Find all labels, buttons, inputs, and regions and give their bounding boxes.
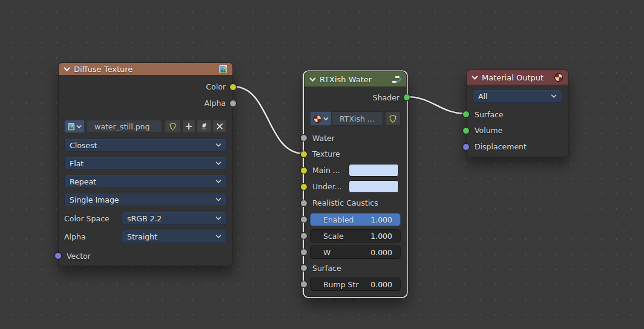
input-label: Main ... (312, 166, 340, 175)
w-input-socket[interactable] (300, 249, 307, 256)
dropdown-value: All (478, 92, 488, 101)
collapse-chevron-icon[interactable] (309, 76, 316, 83)
enabled-slider[interactable]: Enabled 1.000 (310, 213, 401, 226)
main-color-swatch[interactable] (349, 164, 399, 177)
shield-icon (169, 122, 177, 131)
surface-input-socket[interactable] (300, 264, 307, 272)
water-input-socket[interactable] (300, 134, 307, 142)
material-name-field[interactable]: RTXish ... (332, 111, 383, 126)
rtxish-water-node-header[interactable]: RTXish Water (304, 72, 406, 86)
input-row-bump-str: Bump Str 0.000 (304, 278, 406, 291)
unpack-icon (200, 122, 208, 131)
input-row-water: Water (304, 130, 406, 146)
diffuse-texture-node[interactable]: Diffuse Texture Color Alpha water_still.… (58, 62, 233, 266)
under-color-swatch[interactable] (349, 180, 399, 193)
output-label: Color (206, 82, 226, 91)
image-icon (218, 65, 228, 74)
scale-input-socket[interactable] (300, 232, 307, 239)
source-dropdown[interactable]: Single Image (64, 193, 227, 206)
displacement-input-socket[interactable] (462, 143, 470, 151)
close-icon (216, 123, 223, 130)
node-group-icon (392, 74, 401, 84)
input-row-volume: Volume (467, 122, 568, 138)
material-output-node[interactable]: Material Output All Surface Volume Displ… (466, 70, 569, 157)
alpha-output-socket[interactable] (229, 100, 237, 107)
input-label: Texture (312, 149, 340, 158)
slider-value: 1.000 (370, 232, 392, 241)
unpack-button[interactable] (197, 120, 211, 133)
color-space-dropdown[interactable]: sRGB 2.2 (122, 212, 227, 225)
input-row-vector: Vector (59, 248, 232, 264)
input-row-surface: Surface (304, 260, 406, 276)
image-icon (67, 123, 75, 131)
surface-input-socket[interactable] (462, 111, 470, 118)
chevron-down-icon (215, 233, 222, 239)
slider-label: W (323, 248, 330, 257)
unlink-button[interactable] (212, 120, 227, 133)
slider-value: 0.000 (370, 248, 392, 257)
image-browse-button[interactable] (64, 120, 85, 133)
node-title: Material Output (482, 73, 544, 82)
input-row-w: W 0.000 (304, 246, 406, 259)
under-color-input-socket[interactable] (300, 183, 307, 191)
dropdown-value: Straight (127, 232, 157, 241)
realistic-caustics-input-socket[interactable] (300, 200, 307, 207)
material-output-node-header[interactable]: Material Output (467, 70, 568, 85)
main-color-input-socket[interactable] (300, 167, 307, 174)
input-row-displacement: Displacement (467, 138, 568, 155)
input-label: Realistic Caustics (312, 198, 378, 207)
fake-user-shield-button[interactable] (385, 111, 401, 126)
slider-label: Bump Str (323, 280, 359, 289)
collapse-chevron-icon[interactable] (472, 74, 478, 81)
input-row-surface: Surface (467, 106, 568, 122)
scale-slider[interactable]: Scale 1.000 (310, 229, 401, 243)
collapse-chevron-icon[interactable] (64, 66, 70, 73)
image-selector-row: water_still.png (59, 120, 232, 133)
input-row-main-color: Main ... (304, 162, 406, 178)
image-name-field[interactable]: water_still.png (86, 120, 162, 133)
bump-str-slider[interactable]: Bump Str 0.000 (310, 278, 401, 291)
slider-value: 1.000 (370, 215, 392, 224)
enabled-input-socket[interactable] (300, 216, 307, 223)
interpolation-dropdown[interactable]: Closest (64, 138, 227, 152)
shader-output-socket[interactable] (403, 94, 410, 101)
texture-input-socket[interactable] (300, 151, 307, 158)
rtxish-water-node[interactable]: RTXish Water Shader RTXish ... Water Tex… (304, 71, 407, 297)
input-label: Surface (475, 110, 504, 119)
color-output-socket[interactable] (229, 83, 237, 91)
input-row-under-color: Under... (304, 178, 406, 195)
w-slider[interactable]: W 0.000 (310, 246, 401, 259)
bump-str-input-socket[interactable] (300, 281, 307, 288)
new-image-button[interactable] (182, 120, 196, 133)
dropdown-value: sRGB 2.2 (127, 214, 162, 223)
output-row-alpha: Alpha (59, 95, 232, 111)
alpha-mode-row: Alpha Straight (59, 230, 232, 243)
projection-dropdown[interactable]: Flat (64, 157, 227, 170)
wire-color-to-texture (233, 86, 304, 154)
input-label: Under... (312, 182, 342, 191)
target-dropdown[interactable]: All (473, 90, 562, 103)
alpha-mode-dropdown[interactable]: Straight (122, 230, 227, 243)
diffuse-texture-node-header[interactable]: Diffuse Texture (59, 63, 232, 75)
slider-label: Enabled (323, 215, 354, 224)
property-label: Color Space (64, 214, 122, 223)
chevron-down-icon (215, 197, 222, 203)
input-label: Surface (312, 264, 341, 273)
vector-input-socket[interactable] (54, 252, 62, 259)
chevron-down-icon (215, 215, 222, 221)
volume-input-socket[interactable] (462, 127, 470, 134)
input-label: Vector (67, 252, 91, 261)
chevron-down-icon (76, 124, 82, 129)
output-label: Alpha (204, 99, 226, 108)
extension-dropdown[interactable]: Repeat (64, 175, 227, 188)
material-browse-button[interactable] (310, 111, 332, 126)
chevron-down-icon (323, 116, 329, 122)
input-label: Water (312, 134, 335, 143)
slider-value: 0.000 (370, 280, 392, 289)
output-row-color: Color (59, 79, 232, 95)
input-row-scale: Scale 1.000 (304, 229, 406, 243)
dropdown-value: Flat (70, 159, 84, 168)
input-label: Volume (475, 126, 503, 135)
fake-user-shield-button[interactable] (165, 120, 181, 133)
shield-icon (389, 114, 397, 123)
